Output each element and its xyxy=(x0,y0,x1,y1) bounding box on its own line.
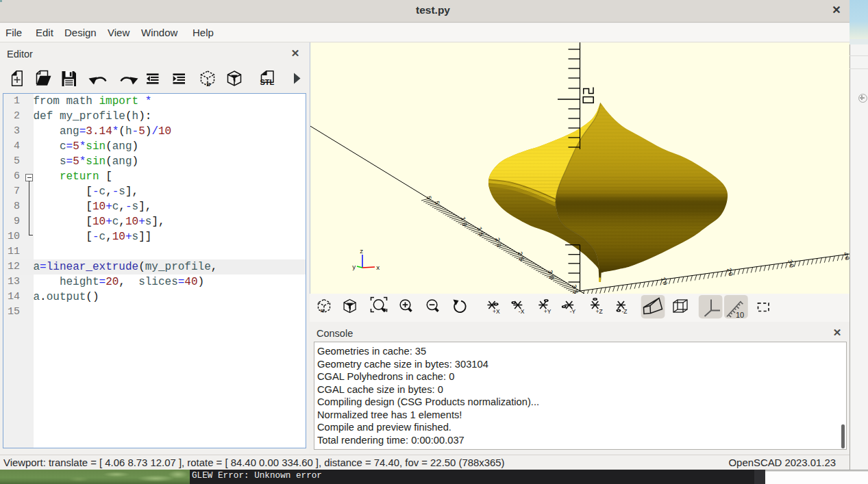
svg-text:40: 40 xyxy=(841,251,850,262)
svg-text:15: 15 xyxy=(475,226,484,237)
svg-text:z: z xyxy=(360,249,363,255)
svg-text:20: 20 xyxy=(725,267,734,277)
svg-text:-Y: -Y xyxy=(570,308,576,315)
svg-text:y: y xyxy=(352,264,356,271)
svg-text:30: 30 xyxy=(786,259,795,269)
svg-text:-X: -X xyxy=(519,308,525,315)
svg-text:STL: STL xyxy=(260,78,275,86)
svg-text:10: 10 xyxy=(736,311,744,319)
svg-text:x: x xyxy=(376,265,380,272)
svg-text:»: » xyxy=(206,79,211,89)
svg-text:+Z: +Z xyxy=(596,308,603,315)
svg-text:-Z: -Z xyxy=(621,308,627,315)
svg-text:5: 5 xyxy=(433,201,441,205)
svg-text:+Y: +Y xyxy=(544,308,551,315)
svg-text:»: » xyxy=(321,306,325,314)
svg-text:+X: +X xyxy=(493,308,500,315)
svg-text:5: 5 xyxy=(425,195,432,200)
